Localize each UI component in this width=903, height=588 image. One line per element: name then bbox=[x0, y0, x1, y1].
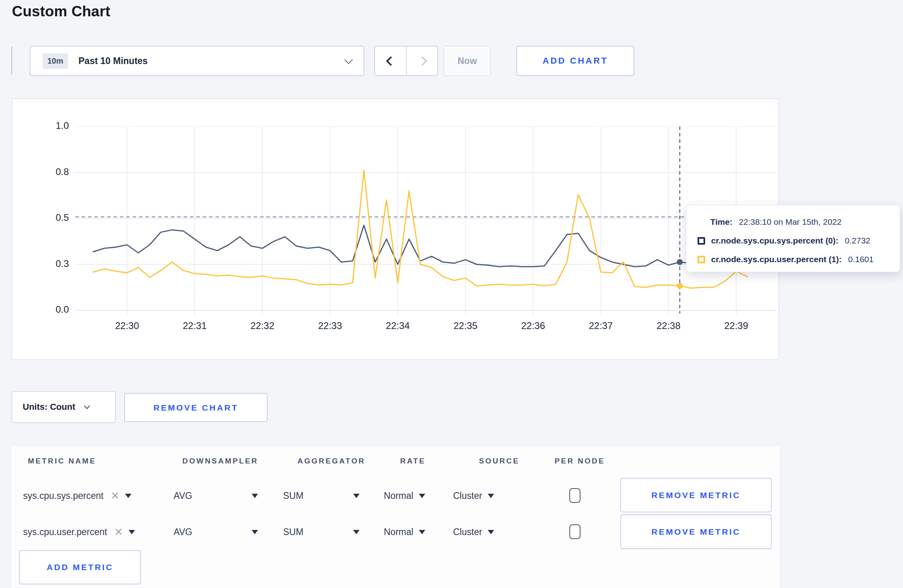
x-tick-label: 22:33 bbox=[302, 320, 358, 331]
chart-card: 0.00.30.50.81.0 22:3022:3122:3222:3322:3… bbox=[12, 98, 779, 360]
metric-name-select[interactable]: sys.cpu.user.percent ✕ bbox=[23, 521, 135, 543]
x-tick-label: 22:31 bbox=[167, 320, 223, 331]
remove-metric-button[interactable]: REMOVE METRIC bbox=[620, 514, 772, 549]
dropdown-arrow-icon bbox=[488, 494, 494, 498]
downsampler-select[interactable]: AVG bbox=[174, 521, 258, 543]
header-metric-name: METRIC NAME bbox=[28, 457, 96, 465]
rate-select[interactable]: Normal bbox=[384, 485, 425, 507]
series-swatch-user bbox=[698, 256, 705, 263]
remove-chart-button[interactable]: REMOVE CHART bbox=[124, 393, 268, 422]
x-tick-label: 22:37 bbox=[573, 320, 629, 331]
chevron-down-icon bbox=[344, 55, 353, 64]
header-rate: RATE bbox=[400, 457, 426, 465]
dropdown-arrow-icon bbox=[129, 530, 135, 534]
units-label: Units: Count bbox=[23, 402, 75, 412]
now-button[interactable]: Now bbox=[444, 46, 491, 76]
series-swatch-sys bbox=[698, 237, 705, 245]
downsampler-value: AVG bbox=[174, 491, 192, 501]
page-title: Custom Chart bbox=[12, 3, 110, 20]
header-aggregator: AGGREGATOR bbox=[297, 457, 366, 465]
time-window-label: Past 10 Minutes bbox=[78, 56, 148, 66]
tooltip-series-value: 0.2732 bbox=[845, 236, 870, 245]
dropdown-arrow-icon bbox=[488, 530, 494, 534]
y-tick-label: 1.0 bbox=[33, 120, 69, 131]
downsampler-value: AVG bbox=[174, 527, 192, 537]
chart-hover-tooltip: Time: 22:38:10 on Mar 15th, 2022 cr.node… bbox=[686, 205, 900, 272]
source-value: Cluster bbox=[453, 527, 482, 537]
tooltip-series-label: cr.node.sys.cpu.user.percent (1): bbox=[711, 255, 842, 264]
downsampler-select[interactable]: AVG bbox=[174, 485, 258, 507]
metric-name-select[interactable]: sys.cpu.sys.percent ✕ bbox=[23, 485, 131, 507]
tooltip-time-value: 22:38:10 on Mar 15th, 2022 bbox=[739, 217, 842, 227]
next-range-button[interactable] bbox=[406, 47, 437, 75]
header-per-node: PER NODE bbox=[555, 457, 605, 465]
rate-value: Normal bbox=[384, 527, 413, 537]
rate-value: Normal bbox=[384, 491, 413, 501]
chevron-right-icon bbox=[417, 56, 427, 66]
tooltip-time-label: Time: bbox=[710, 217, 733, 227]
aggregator-value: SUM bbox=[283, 527, 303, 537]
dropdown-arrow-icon bbox=[419, 530, 425, 534]
y-tick-label: 0.0 bbox=[33, 304, 69, 315]
timeseries-plot[interactable] bbox=[75, 127, 777, 317]
dropdown-arrow-icon bbox=[353, 530, 360, 534]
x-tick-label: 22:32 bbox=[235, 320, 290, 331]
x-tick-label: 22:38 bbox=[641, 320, 696, 331]
aggregator-value: SUM bbox=[283, 491, 303, 501]
chevron-down-icon bbox=[84, 403, 90, 409]
dropdown-arrow-icon bbox=[353, 494, 360, 498]
time-window-badge: 10m bbox=[43, 53, 68, 69]
remove-metric-button[interactable]: REMOVE METRIC bbox=[620, 478, 772, 512]
source-select[interactable]: Cluster bbox=[453, 521, 494, 543]
tooltip-series-label: cr.node.sys.cpu.sys.percent (0): bbox=[711, 236, 838, 245]
dropdown-arrow-icon bbox=[419, 494, 425, 498]
x-tick-label: 22:39 bbox=[708, 320, 764, 331]
metric-name-value: sys.cpu.user.percent bbox=[23, 527, 107, 537]
y-tick-label: 0.5 bbox=[33, 212, 69, 223]
add-chart-button[interactable]: ADD CHART bbox=[516, 46, 634, 76]
x-tick-label: 22:35 bbox=[438, 320, 493, 331]
x-tick-label: 22:36 bbox=[505, 320, 561, 331]
tooltip-series-value: 0.1601 bbox=[848, 255, 874, 264]
chevron-left-icon bbox=[386, 56, 395, 66]
metric-name-value: sys.cpu.sys.percent bbox=[23, 491, 104, 501]
rate-select[interactable]: Normal bbox=[384, 521, 425, 543]
source-select[interactable]: Cluster bbox=[453, 485, 494, 507]
clear-metric-icon[interactable]: ✕ bbox=[111, 490, 119, 502]
y-tick-label: 0.3 bbox=[33, 258, 69, 269]
add-metric-button[interactable]: ADD METRIC bbox=[19, 550, 141, 584]
dropdown-arrow-icon bbox=[125, 494, 131, 498]
aggregator-select[interactable]: SUM bbox=[283, 485, 360, 507]
per-node-checkbox[interactable] bbox=[569, 488, 580, 503]
clear-metric-icon[interactable]: ✕ bbox=[114, 526, 123, 538]
per-node-checkbox[interactable] bbox=[569, 524, 580, 539]
time-range-pager bbox=[374, 46, 438, 76]
time-window-selector[interactable]: 10m Past 10 Minutes bbox=[30, 46, 364, 76]
metrics-table: METRIC NAME DOWNSAMPLER AGGREGATOR RATE … bbox=[12, 446, 779, 588]
toolbar-divider bbox=[11, 47, 12, 75]
dropdown-arrow-icon bbox=[252, 494, 258, 498]
dropdown-arrow-icon bbox=[252, 530, 258, 534]
header-downsampler: DOWNSAMPLER bbox=[182, 457, 258, 465]
y-tick-label: 0.8 bbox=[33, 166, 69, 177]
previous-range-button[interactable] bbox=[375, 47, 406, 75]
units-selector[interactable]: Units: Count bbox=[12, 391, 116, 423]
x-tick-label: 22:34 bbox=[370, 320, 426, 331]
aggregator-select[interactable]: SUM bbox=[283, 521, 360, 543]
header-source: SOURCE bbox=[479, 457, 520, 465]
source-value: Cluster bbox=[453, 491, 482, 501]
x-tick-label: 22:30 bbox=[99, 320, 155, 331]
